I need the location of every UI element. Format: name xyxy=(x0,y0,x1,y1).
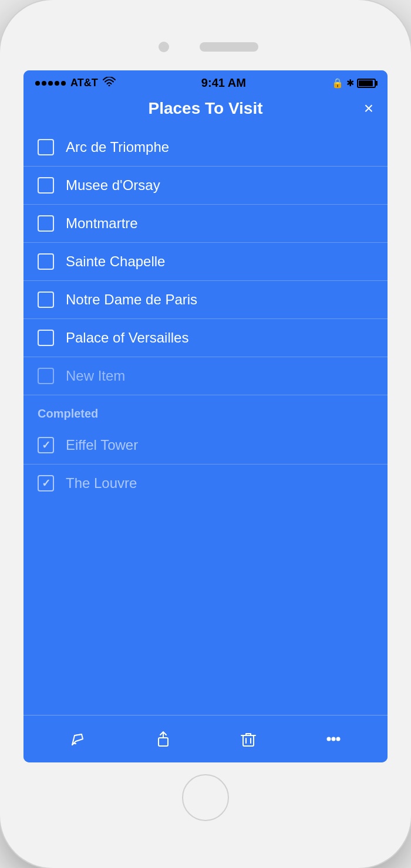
completed-section-header: Completed xyxy=(23,395,388,426)
phone-screen: AT&T 9:41 AM 🔒 ✱ xyxy=(23,70,388,762)
signal-dot-4 xyxy=(55,81,59,86)
bottom-toolbar xyxy=(23,715,388,762)
new-item-row[interactable]: New Item xyxy=(23,357,388,395)
home-button[interactable] xyxy=(182,774,229,821)
item-text-2: Musee d'Orsay xyxy=(66,177,160,194)
checkbox-1[interactable] xyxy=(38,139,54,155)
paint-button[interactable] xyxy=(64,725,92,753)
phone-camera xyxy=(159,42,169,52)
trash-icon xyxy=(239,730,258,748)
item-text-6: Palace of Versailles xyxy=(66,330,188,346)
svg-point-5 xyxy=(336,738,339,741)
completed-label: Completed xyxy=(38,407,98,420)
phone-frame: AT&T 9:41 AM 🔒 ✱ xyxy=(0,0,411,868)
status-bar: AT&T 9:41 AM 🔒 ✱ xyxy=(23,70,388,93)
list-item[interactable]: Notre Dame de Paris xyxy=(23,281,388,319)
status-time: 9:41 AM xyxy=(201,76,246,90)
more-button[interactable] xyxy=(319,725,348,753)
svg-point-3 xyxy=(327,738,330,741)
list-item[interactable]: Palace of Versailles xyxy=(23,319,388,357)
checkbox-6[interactable] xyxy=(38,330,54,346)
list-item[interactable]: Montmartre xyxy=(23,205,388,243)
checkbox-completed-2[interactable] xyxy=(38,475,54,491)
svg-point-4 xyxy=(332,738,335,741)
completed-item-1[interactable]: Eiffel Tower xyxy=(23,426,388,464)
item-text-3: Montmartre xyxy=(66,215,138,232)
trash-button[interactable] xyxy=(234,725,262,753)
bluetooth-icon: ✱ xyxy=(346,77,354,89)
checkbox-new[interactable] xyxy=(38,368,54,384)
list-item[interactable]: Arc de Triomphe xyxy=(23,128,388,167)
list-item[interactable]: Sainte Chapelle xyxy=(23,243,388,281)
share-icon xyxy=(154,730,173,748)
item-text-4: Sainte Chapelle xyxy=(66,253,165,270)
share-button[interactable] xyxy=(149,725,177,753)
checkbox-completed-1[interactable] xyxy=(38,437,54,453)
svg-rect-2 xyxy=(243,735,254,746)
signal-dot-5 xyxy=(61,81,66,86)
list-item[interactable]: Musee d'Orsay xyxy=(23,167,388,205)
list-area: Arc de Triomphe Musee d'Orsay Montmartre… xyxy=(23,128,388,715)
item-text-louvre: The Louvre xyxy=(66,475,137,491)
item-text-new[interactable]: New Item xyxy=(66,368,125,384)
carrier-label: AT&T xyxy=(70,77,98,89)
checkbox-5[interactable] xyxy=(38,291,54,308)
item-text-1: Arc de Triomphe xyxy=(66,139,169,155)
item-text-5: Notre Dame de Paris xyxy=(66,291,197,308)
checkbox-2[interactable] xyxy=(38,177,54,194)
checkbox-4[interactable] xyxy=(38,253,54,270)
wifi-icon xyxy=(103,77,116,89)
signal-dot-2 xyxy=(42,81,46,86)
paint-icon xyxy=(69,730,87,748)
checkbox-3[interactable] xyxy=(38,215,54,232)
lock-icon: 🔒 xyxy=(332,77,343,89)
completed-item-2[interactable]: The Louvre xyxy=(23,464,388,502)
more-icon xyxy=(324,730,343,748)
svg-point-0 xyxy=(108,85,110,87)
phone-speaker xyxy=(200,42,258,52)
phone-top-bar xyxy=(23,35,388,59)
battery-icon xyxy=(357,79,376,88)
status-left: AT&T xyxy=(35,77,116,89)
app-title: Places To Visit xyxy=(61,99,350,118)
signal-dot-1 xyxy=(35,81,40,86)
status-right: 🔒 ✱ xyxy=(332,77,376,89)
signal-dots xyxy=(35,81,66,86)
app-header: Places To Visit × xyxy=(23,93,388,128)
signal-dot-3 xyxy=(48,81,53,86)
item-text-eiffel: Eiffel Tower xyxy=(66,437,138,453)
close-button[interactable]: × xyxy=(350,99,373,118)
svg-rect-1 xyxy=(159,738,168,746)
